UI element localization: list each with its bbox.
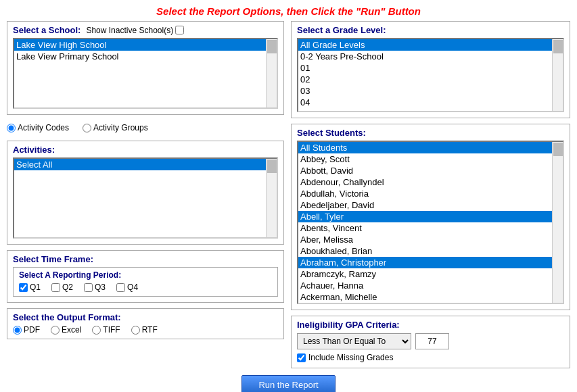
grade-item[interactable]: 05 [298, 108, 552, 111]
quarter-row: Q1 Q2 Q3 Q4 [19, 283, 272, 292]
students-scrollbar[interactable] [552, 142, 563, 303]
grade-item[interactable]: 04 [298, 97, 552, 108]
grade-section: Select a Grade Level: All Grade Levels 0… [291, 21, 570, 118]
run-report-button[interactable]: Run the Report [241, 375, 335, 392]
run-button-row: Run the Report [0, 368, 577, 392]
q4-label[interactable]: Q4 [116, 283, 138, 292]
gpa-label: Ineligibility GPA Criteria: [297, 320, 564, 330]
student-item[interactable]: Abbott, David [298, 165, 552, 176]
school-section: Select a School: Show Inactive School(s)… [7, 21, 284, 115]
q4-checkbox[interactable] [116, 283, 125, 292]
grade-item[interactable]: 03 [298, 85, 552, 97]
time-frame-section: Select Time Frame: Select A Reporting Pe… [7, 250, 284, 303]
student-item[interactable]: All Students [298, 142, 552, 153]
activities-list-inner: Select All [14, 159, 266, 237]
activities-section: Activities: Select All [7, 141, 284, 245]
student-item[interactable]: Abramczyk, Ramzy [298, 268, 552, 280]
time-frame-label: Select Time Frame: [13, 254, 278, 264]
student-item[interactable]: Abbey, Scott [298, 153, 552, 165]
grade-scrollbar[interactable] [552, 39, 563, 111]
excel-label[interactable]: Excel [51, 325, 81, 335]
gpa-operator-select[interactable]: Less Than Or Equal To Less Than Equal To… [297, 333, 411, 349]
student-item[interactable]: Abell, Tyler [298, 211, 552, 222]
grade-item[interactable]: 0-2 Years Pre-School [298, 51, 552, 62]
include-missing-checkbox[interactable] [297, 353, 306, 362]
tiff-label[interactable]: TIFF [92, 325, 120, 335]
student-item[interactable]: Abedeljaber, David [298, 199, 552, 211]
show-inactive-checkbox[interactable] [175, 26, 184, 34]
pdf-radio[interactable] [13, 326, 22, 335]
tiff-radio[interactable] [92, 326, 101, 335]
show-inactive-container: Show Inactive School(s) [86, 26, 184, 35]
pdf-label[interactable]: PDF [13, 325, 40, 335]
grade-list-inner: All Grade Levels 0-2 Years Pre-School 01… [298, 39, 552, 111]
show-inactive-label: Show Inactive School(s) [86, 26, 173, 35]
school-list: Lake View High School Lake View Primary … [13, 38, 278, 109]
gpa-value-input[interactable] [415, 333, 449, 349]
school-label: Select a School: [13, 25, 80, 35]
output-format-row: PDF Excel TIFF RTF [13, 325, 278, 335]
q3-label[interactable]: Q3 [84, 283, 106, 292]
grade-item[interactable]: All Grade Levels [298, 39, 552, 51]
q1-label[interactable]: Q1 [19, 283, 41, 292]
grade-list: All Grade Levels 0-2 Years Pre-School 01… [297, 38, 564, 112]
school-scrollbar[interactable] [266, 39, 277, 107]
students-section: Select Students: All Students Abbey, Sco… [291, 124, 570, 310]
student-item[interactable]: Abdullah, Victoria [298, 188, 552, 199]
activity-type-row: Activity Codes Activity Groups [7, 120, 284, 135]
rtf-radio[interactable] [131, 326, 140, 335]
student-item[interactable]: Aboukhaled, Brian [298, 245, 552, 257]
students-list: All Students Abbey, Scott Abbott, David … [297, 141, 564, 304]
school-item[interactable]: Lake View Primary School [14, 51, 266, 62]
student-item[interactable]: Abraham, Christopher [298, 257, 552, 268]
activities-scrollbar[interactable] [266, 159, 277, 237]
school-list-inner: Lake View High School Lake View Primary … [14, 39, 266, 107]
grade-item[interactable]: 01 [298, 62, 552, 74]
q1-checkbox[interactable] [19, 283, 28, 292]
student-item[interactable]: Aber, Melissa [298, 234, 552, 245]
missing-grades-row: Include Missing Grades [297, 353, 564, 362]
page-title: Select the Report Options, then Click th… [0, 0, 577, 21]
student-item[interactable]: Abents, Vincent [298, 222, 552, 234]
output-format-section: Select the Output Format: PDF Excel TIFF… [7, 308, 284, 339]
activities-label: Activities: [13, 145, 278, 155]
q2-label[interactable]: Q2 [51, 283, 73, 292]
student-item[interactable]: Abdenour, Challyndel [298, 176, 552, 188]
student-item[interactable]: Ackerman, Michelle [298, 291, 552, 303]
reporting-period-box: Select A Reporting Period: Q1 Q2 Q3 [13, 267, 278, 297]
reporting-period-label: Select A Reporting Period: [19, 270, 272, 280]
activity-codes-radio[interactable] [7, 124, 16, 132]
rtf-label[interactable]: RTF [131, 325, 158, 335]
grade-item[interactable]: 02 [298, 74, 552, 85]
gpa-section: Ineligibility GPA Criteria: Less Than Or… [291, 316, 570, 368]
gpa-criteria-row: Less Than Or Equal To Less Than Equal To… [297, 333, 564, 349]
grade-label: Select a Grade Level: [297, 25, 564, 35]
school-item[interactable]: Lake View High School [14, 39, 266, 51]
activity-item[interactable]: Select All [14, 159, 266, 170]
activity-groups-radio-label[interactable]: Activity Groups [83, 123, 148, 132]
q2-checkbox[interactable] [51, 283, 60, 292]
include-missing-label: Include Missing Grades [308, 353, 393, 362]
activity-groups-radio[interactable] [83, 124, 91, 132]
output-format-label: Select the Output Format: [13, 312, 278, 322]
q3-checkbox[interactable] [84, 283, 93, 292]
excel-radio[interactable] [51, 326, 60, 335]
students-label: Select Students: [297, 128, 564, 138]
activity-codes-radio-label[interactable]: Activity Codes [7, 123, 69, 132]
students-list-inner: All Students Abbey, Scott Abbott, David … [298, 142, 552, 303]
activities-list: Select All [13, 157, 278, 239]
student-item[interactable]: Achauer, Hanna [298, 280, 552, 291]
